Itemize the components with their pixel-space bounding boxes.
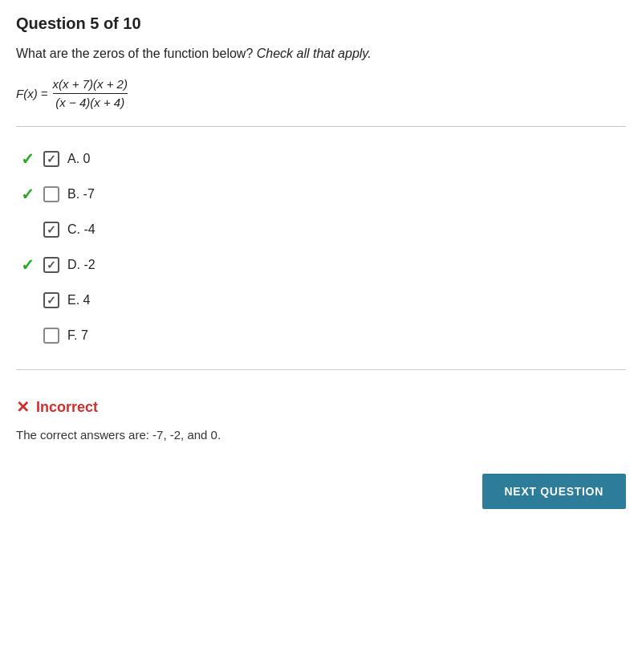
- option-item-f: ✓F. 7: [16, 318, 626, 353]
- formula-lhs: F(x) =: [16, 87, 48, 100]
- correct-mark-a: ✓: [19, 149, 35, 169]
- checkbox-e[interactable]: [43, 292, 59, 308]
- options-list: ✓A. 0✓B. -7✓C. -4✓D. -2✓E. 4✓F. 7: [16, 141, 626, 353]
- checkbox-d[interactable]: [43, 257, 59, 273]
- option-item-e: ✓E. 4: [16, 283, 626, 318]
- formula-denominator: (x − 4)(x + 4): [55, 94, 124, 111]
- option-label-c: C. -4: [67, 222, 95, 237]
- option-label-d: D. -2: [67, 258, 95, 272]
- option-label-f: F. 7: [67, 328, 88, 343]
- correct-answers-text: The correct answers are: -7, -2, and 0.: [16, 428, 626, 442]
- formula-numerator: x(x + 7)(x + 2): [53, 76, 128, 94]
- correct-mark-d: ✓: [19, 255, 35, 275]
- result-section: ✕ Incorrect The correct answers are: -7,…: [16, 385, 626, 442]
- checkbox-a[interactable]: [43, 151, 59, 167]
- question-text: What are the zeros of the function below…: [16, 44, 626, 63]
- option-label-b: B. -7: [67, 187, 95, 202]
- checkbox-c[interactable]: [43, 222, 59, 238]
- option-label-e: E. 4: [67, 293, 90, 307]
- checkbox-b[interactable]: [43, 186, 59, 202]
- option-item-b: ✓B. -7: [16, 177, 626, 212]
- next-button-container: NEXT QUESTION: [16, 474, 626, 509]
- option-item-d: ✓D. -2: [16, 247, 626, 283]
- correct-mark-b: ✓: [19, 185, 35, 204]
- formula-fraction: x(x + 7)(x + 2) (x − 4)(x + 4): [53, 76, 128, 110]
- checkbox-f[interactable]: [43, 328, 59, 344]
- question-header: Question 5 of 10: [16, 14, 626, 33]
- formula-block: F(x) = x(x + 7)(x + 2) (x − 4)(x + 4): [16, 76, 626, 110]
- top-divider: [16, 126, 626, 127]
- incorrect-label: Incorrect: [36, 399, 98, 416]
- bottom-divider: [16, 369, 626, 370]
- incorrect-banner: ✕ Incorrect: [16, 397, 626, 417]
- option-item-a: ✓A. 0: [16, 141, 626, 177]
- next-question-button[interactable]: NEXT QUESTION: [482, 474, 626, 509]
- x-icon: ✕: [16, 397, 30, 417]
- option-label-a: A. 0: [67, 152, 90, 166]
- option-item-c: ✓C. -4: [16, 212, 626, 247]
